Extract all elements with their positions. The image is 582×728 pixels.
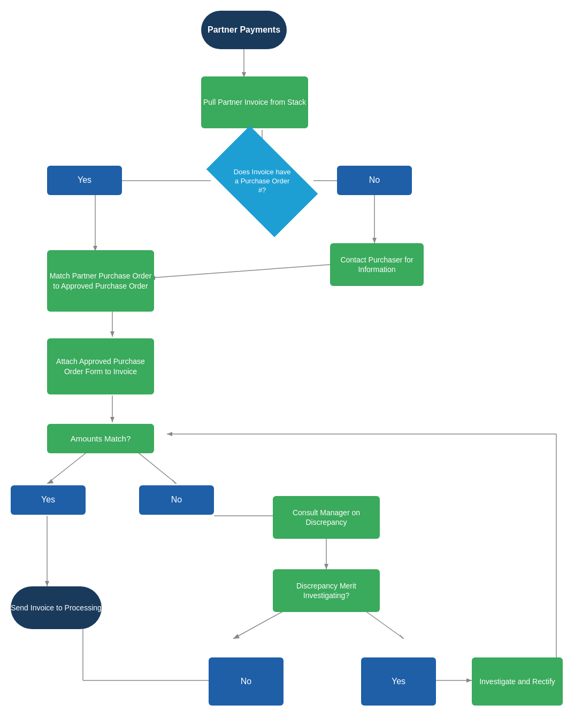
amounts-match-node: Amounts Match? bbox=[47, 424, 154, 453]
svg-line-12 bbox=[150, 265, 330, 278]
svg-marker-15 bbox=[110, 331, 114, 337]
match-po-node: Match Partner Purchase Order to Approved… bbox=[47, 250, 154, 312]
attach-po-node: Attach Approved Purchase Order Form to I… bbox=[47, 338, 154, 394]
svg-marker-31 bbox=[400, 634, 404, 639]
yes3-node: Yes bbox=[361, 657, 436, 706]
pull-invoice-node: Pull Partner Invoice from Stack bbox=[201, 76, 308, 128]
partner-payments-node: Partner Payments bbox=[201, 11, 287, 49]
svg-marker-21 bbox=[172, 479, 177, 484]
svg-line-20 bbox=[134, 449, 177, 484]
svg-marker-27 bbox=[324, 564, 328, 569]
discrepancy-merit-node: Discrepancy Merit Investigating? bbox=[273, 569, 380, 612]
contact-purchaser-node: Contact Purchaser for Information bbox=[330, 243, 424, 286]
no2-node: No bbox=[139, 485, 214, 515]
send-invoice-node: Send Invoice to Processing bbox=[11, 586, 102, 629]
flowchart: Partner Payments Pull Partner Invoice fr… bbox=[0, 0, 582, 728]
svg-marker-29 bbox=[233, 634, 240, 639]
svg-line-18 bbox=[47, 449, 91, 484]
yes2-node: Yes bbox=[11, 485, 86, 515]
svg-marker-11 bbox=[372, 238, 377, 243]
no3-node: No bbox=[209, 657, 284, 706]
svg-marker-40 bbox=[167, 432, 172, 436]
yes1-node: Yes bbox=[47, 166, 122, 195]
po-diamond-node: Does Invoice have a Purchase Order #? bbox=[206, 126, 318, 237]
svg-marker-19 bbox=[47, 479, 53, 484]
no1-node: No bbox=[337, 166, 412, 195]
consult-manager-node: Consult Manager on Discrepancy bbox=[273, 496, 380, 539]
po-diamond-label: Does Invoice have a Purchase Order #? bbox=[233, 168, 292, 195]
svg-marker-23 bbox=[45, 581, 49, 586]
svg-marker-36 bbox=[466, 678, 472, 683]
svg-marker-17 bbox=[110, 417, 114, 422]
investigate-node: Investigate and Rectify bbox=[472, 657, 563, 706]
